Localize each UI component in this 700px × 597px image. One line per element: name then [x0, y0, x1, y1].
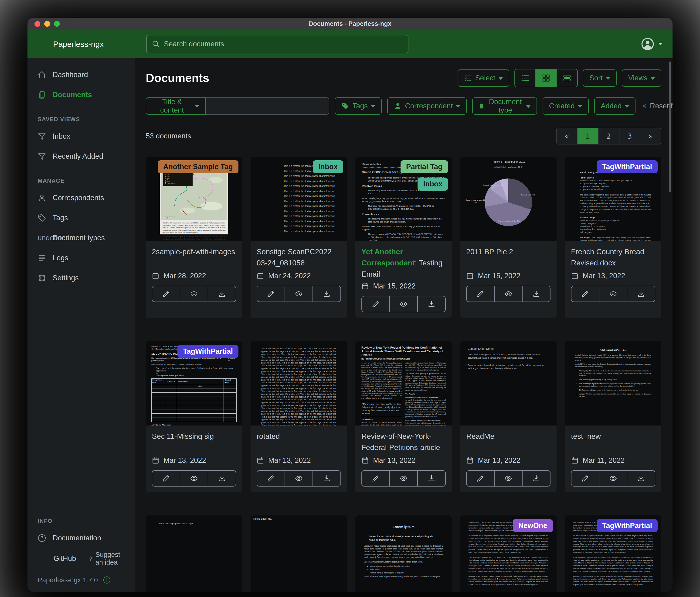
edit-button[interactable]	[152, 286, 180, 302]
filter-text-input[interactable]	[206, 97, 329, 115]
view-button[interactable]	[284, 286, 312, 302]
document-card[interactable]: Application for Medical Staff Membership…	[146, 341, 242, 492]
download-button[interactable]	[522, 286, 550, 302]
view-button[interactable]	[599, 471, 627, 486]
edit-button[interactable]	[362, 296, 389, 312]
view-button[interactable]	[599, 286, 627, 302]
download-button[interactable]	[417, 296, 445, 312]
document-thumbnail[interactable]: Release NotesSimba ODBC Driver for SQL S…	[355, 157, 452, 241]
sidebar-item-document-types[interactable]: undefinedDocument types	[27, 228, 135, 248]
document-thumbnail[interactable]: Lorem ipsumLorem ipsum dolor sit amet, c…	[355, 516, 452, 592]
pagination-page[interactable]: 1	[577, 128, 598, 144]
document-card[interactable]: This is a multi page document. Page 1.mu…	[146, 516, 242, 592]
tag-badge[interactable]: TagWithPartial	[177, 345, 239, 358]
document-card[interactable]: Patient BP Distribution 2011Normal, 150,…	[460, 157, 556, 318]
sidebar-item-correspondents[interactable]: Correspondents	[27, 188, 135, 208]
document-card[interactable]: This is the text that appears on the fir…	[251, 341, 347, 492]
pagination-page[interactable]: 3	[619, 128, 640, 144]
scrollbar-thumb[interactable]	[669, 62, 671, 192]
view-button[interactable]	[284, 471, 312, 486]
edit-button[interactable]	[152, 471, 180, 486]
zoom-window-button[interactable]	[54, 21, 60, 27]
pagination-next[interactable]: »	[640, 128, 661, 144]
document-card[interactable]: Lorem ipsum dolor sit amet, consectetur …	[460, 516, 556, 592]
view-button[interactable]	[180, 286, 208, 302]
document-thumbnail[interactable]: French Country BreadFor the Leaven1 heap…	[565, 157, 661, 241]
document-title[interactable]: 2sample-pdf-with-images	[152, 246, 236, 269]
search-input[interactable]: Search documents	[146, 35, 408, 53]
pagination-prev[interactable]: «	[556, 128, 577, 144]
download-button[interactable]	[522, 471, 550, 486]
user-menu[interactable]	[641, 37, 663, 51]
filter-added-button[interactable]: Added	[594, 97, 636, 115]
view-button[interactable]	[494, 286, 522, 302]
edit-button[interactable]	[467, 471, 494, 486]
document-card[interactable]: This is a test file.simple txt file	[251, 516, 347, 592]
filter-created-button[interactable]: Created	[543, 97, 589, 115]
document-correspondent[interactable]: Yet Another Correspondent	[361, 247, 415, 267]
filter-document-type-button[interactable]: Document type	[472, 97, 537, 115]
document-card[interactable]: French Country BreadFor the Leaven1 heap…	[565, 157, 661, 318]
document-title[interactable]: Review-of-New-York-Federal-Petitions-art…	[361, 431, 446, 454]
edit-button[interactable]	[257, 286, 284, 302]
sidebar-item-tags[interactable]: Tags	[27, 208, 135, 228]
tag-badge[interactable]: Inbox	[313, 160, 343, 173]
download-button[interactable]	[627, 471, 655, 486]
document-thumbnail[interactable]: This is a multi page document. Page 1.	[146, 516, 242, 592]
document-title[interactable]: French Country Bread Revised.docx	[571, 246, 655, 269]
document-title[interactable]: Sonstige ScanPC2022 03-24_081058	[257, 246, 341, 269]
document-title[interactable]: test_new	[571, 431, 655, 454]
sidebar-item-logs[interactable]: Logs	[27, 248, 135, 268]
tag-badge[interactable]: Inbox	[418, 177, 448, 191]
view-mode-list-button[interactable]	[515, 69, 535, 87]
edit-button[interactable]	[257, 471, 284, 486]
document-title[interactable]: 2011 BP Pie 2	[466, 246, 550, 269]
edit-button[interactable]	[572, 471, 599, 486]
document-title[interactable]: Sec 11-Missing sig	[152, 431, 236, 454]
download-button[interactable]	[312, 286, 341, 302]
sidebar-item-inbox[interactable]: Inbox	[27, 126, 135, 146]
document-thumbnail[interactable]: Review of New York Federal Petitions for…	[355, 341, 452, 426]
document-card[interactable]: Release NotesSimba ODBC Driver for SQL S…	[355, 157, 452, 318]
view-mode-grid-button[interactable]	[535, 69, 556, 87]
view-button[interactable]	[180, 471, 208, 486]
sidebar-item-settings[interactable]: Settings	[27, 268, 135, 288]
document-card[interactable]: Lorem ipsum dolor sit amet, consectetur …	[565, 516, 661, 592]
document-thumbnail[interactable]: Patient BP Distribution 2011Normal, 150,…	[460, 157, 556, 241]
pagination-page[interactable]: 2	[598, 128, 619, 144]
document-thumbnail[interactable]: Lorem ipsum dolor sit amet, consectetur …	[460, 516, 556, 592]
edit-button[interactable]	[572, 286, 599, 302]
tag-badge[interactable]: NewOne	[513, 519, 553, 532]
tag-badge[interactable]: TagWithPartial	[597, 519, 658, 532]
document-thumbnail[interactable]: Application for Medical Staff Membership…	[146, 341, 242, 426]
document-thumbnail[interactable]: Adobe Acrobat PDF FilesAdobe® Portable D…	[565, 341, 661, 426]
tag-badge[interactable]: Another Sample Tag	[158, 160, 239, 173]
document-thumbnail[interactable]: Lorem ipsum dolor sit amet, consectetur …	[565, 516, 661, 592]
brand[interactable]: Paperless-ngx	[37, 39, 146, 50]
reset-filters-button[interactable]: × Reset filters	[642, 97, 673, 115]
select-button[interactable]: Select	[457, 69, 509, 87]
document-card[interactable]: Contact Sheet DemoGiven a set of image f…	[460, 341, 556, 492]
edit-button[interactable]	[467, 286, 494, 302]
document-card[interactable]: Adobe Acrobat PDF FilesAdobe® Portable D…	[565, 341, 661, 492]
document-thumbnail[interactable]: Boundary Waters Tripby day on BWCALegend…	[146, 157, 242, 241]
view-button[interactable]	[389, 296, 417, 312]
sidebar-item-documents[interactable]: Documents	[27, 85, 135, 105]
sidebar-item-documentation[interactable]: Documentation	[27, 528, 135, 548]
document-card[interactable]: Boundary Waters Tripby day on BWCALegend…	[146, 157, 242, 318]
download-button[interactable]	[312, 471, 341, 486]
sidebar-item-recently-added[interactable]: Recently Added	[27, 146, 135, 166]
sort-button[interactable]: Sort	[583, 69, 617, 87]
suggest-idea-link[interactable]: Suggest an idea	[88, 551, 125, 566]
view-button[interactable]	[494, 471, 522, 486]
sidebar-item-dashboard[interactable]: Dashboard	[27, 65, 135, 85]
download-button[interactable]	[208, 286, 236, 302]
tag-badge[interactable]: Partial Tag	[401, 160, 448, 173]
document-title[interactable]: Yet Another Correspondent: Testing Email	[361, 246, 446, 280]
download-button[interactable]	[208, 471, 236, 486]
filter-field-button[interactable]: Title & content	[146, 97, 206, 115]
close-window-button[interactable]	[34, 21, 40, 27]
document-thumbnail[interactable]: This is a test file.	[251, 516, 347, 592]
sidebar-item-github[interactable]: GitHub	[38, 548, 76, 569]
document-card[interactable]: Lorem ipsumLorem ipsum dolor sit amet, c…	[355, 516, 452, 592]
